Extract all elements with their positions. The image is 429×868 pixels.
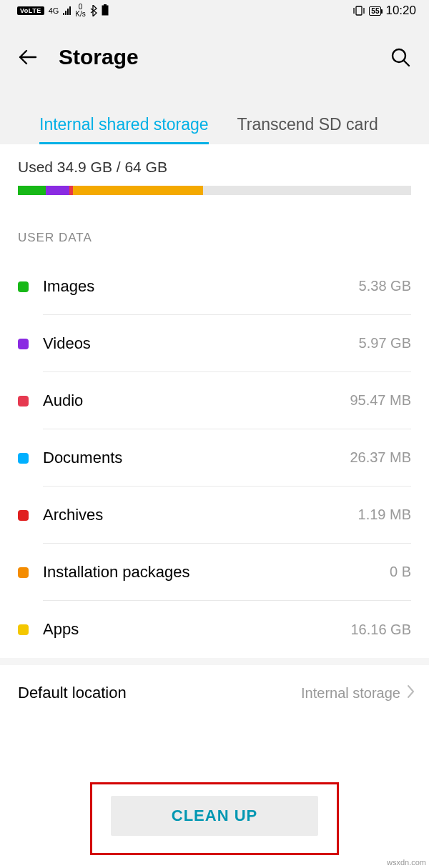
- highlight-box: CLEAN UP: [90, 782, 339, 855]
- svg-line-6: [404, 61, 409, 66]
- row-inner: Documents26.37 MB: [43, 429, 411, 487]
- header-area: Storage Internal shared storage Transcen…: [0, 21, 429, 144]
- status-right: 55 10:20: [353, 4, 416, 18]
- row-inner: Archives1.19 MB: [43, 487, 411, 544]
- default-location-value: Internal storage: [301, 685, 400, 702]
- usage-section: Used 34.9 GB / 64 GB: [0, 144, 429, 215]
- row-archives[interactable]: Archives1.19 MB: [0, 487, 429, 544]
- row-size: 1.19 MB: [358, 507, 411, 523]
- watermark: wsxdn.com: [387, 858, 426, 867]
- status-bar: VoLTE 4G 0K/s 55 10:20: [0, 0, 429, 21]
- category-color-icon: [18, 396, 29, 406]
- row-label: Installation packages: [43, 563, 390, 582]
- row-inner: Images5.38 GB: [43, 258, 411, 315]
- signal-icon: [63, 6, 71, 15]
- row-size: 95.47 MB: [350, 392, 411, 409]
- bluetooth-icon: [90, 5, 97, 16]
- category-color-icon: [18, 624, 29, 635]
- row-documents[interactable]: Documents26.37 MB: [0, 429, 429, 487]
- row-label: Apps: [43, 620, 350, 639]
- page-title: Storage: [59, 45, 369, 69]
- tab-sd-card[interactable]: Transcend SD card: [237, 115, 378, 144]
- category-color-icon: [18, 281, 29, 292]
- clock: 10:20: [385, 4, 416, 18]
- search-icon: [390, 46, 411, 68]
- cleanup-button[interactable]: CLEAN UP: [111, 796, 318, 836]
- usage-segment: [73, 186, 203, 195]
- tab-internal-storage[interactable]: Internal shared storage: [39, 115, 209, 144]
- row-videos[interactable]: Videos5.97 GB: [0, 315, 429, 372]
- section-label-user-data: USER DATA: [0, 215, 429, 258]
- tabs: Internal shared storage Transcend SD car…: [0, 93, 429, 144]
- row-size: 26.37 MB: [350, 449, 411, 466]
- default-location-label: Default location: [18, 684, 301, 702]
- row-audio[interactable]: Audio95.47 MB: [0, 372, 429, 429]
- usage-segment: [18, 186, 46, 195]
- row-size: 16.16 GB: [350, 622, 411, 638]
- category-color-icon: [18, 510, 29, 521]
- row-installation-packages[interactable]: Installation packages0 B: [0, 544, 429, 601]
- row-label: Audio: [43, 391, 350, 410]
- battery-full-icon: [102, 4, 109, 18]
- chevron-right-icon: [406, 684, 415, 702]
- category-color-icon: [18, 453, 29, 464]
- default-location-row[interactable]: Default location Internal storage: [0, 665, 429, 721]
- search-button[interactable]: [388, 44, 413, 70]
- svg-rect-0: [102, 6, 108, 15]
- vibrate-icon: [353, 6, 365, 16]
- row-label: Images: [43, 277, 359, 296]
- row-images[interactable]: Images5.38 GB: [0, 258, 429, 315]
- svg-rect-2: [356, 6, 362, 15]
- row-apps[interactable]: Apps16.16 GB: [0, 601, 429, 658]
- row-inner: Installation packages0 B: [43, 544, 411, 601]
- row-size: 0 B: [390, 564, 411, 580]
- volte-icon: VoLTE: [17, 6, 44, 15]
- row-size: 5.97 GB: [359, 335, 411, 351]
- row-inner: Apps16.16 GB: [43, 601, 411, 658]
- row-label: Documents: [43, 449, 350, 467]
- row-size: 5.38 GB: [359, 278, 411, 294]
- battery-icon: 55: [369, 6, 381, 16]
- svg-rect-1: [104, 4, 107, 6]
- data-speed: 0K/s: [75, 4, 85, 18]
- row-label: Archives: [43, 506, 358, 524]
- row-inner: Audio95.47 MB: [43, 372, 411, 429]
- network-type: 4G: [49, 7, 59, 15]
- category-color-icon: [18, 339, 29, 349]
- user-data-list: Images5.38 GBVideos5.97 GBAudio95.47 MBD…: [0, 258, 429, 658]
- row-inner: Videos5.97 GB: [43, 315, 411, 372]
- bottom-area: CLEAN UP: [0, 782, 429, 855]
- back-button[interactable]: [16, 45, 40, 69]
- usage-segment: [46, 186, 69, 195]
- usage-bar: [18, 186, 411, 195]
- usage-text: Used 34.9 GB / 64 GB: [18, 159, 411, 176]
- header-row: Storage: [0, 21, 429, 93]
- divider: [0, 658, 429, 665]
- status-left: VoLTE 4G 0K/s: [17, 4, 109, 18]
- category-color-icon: [18, 567, 29, 578]
- back-arrow-icon: [17, 46, 39, 68]
- row-label: Videos: [43, 334, 359, 353]
